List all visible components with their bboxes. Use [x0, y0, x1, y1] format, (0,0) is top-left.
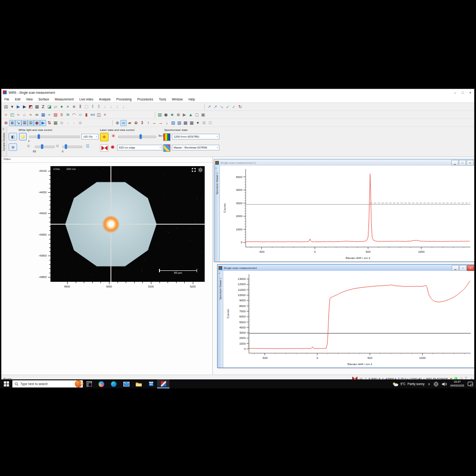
image-montage-icon[interactable]: ▧ — [157, 112, 163, 118]
menu-surface[interactable]: Surface — [36, 98, 52, 101]
spectrum1-titlebar[interactable]: Single scan measurement 1 ▁ □ × — [214, 159, 474, 166]
table-dropdown-icon[interactable]: ▾ — [195, 120, 201, 126]
laser-power-thumb[interactable] — [139, 134, 142, 139]
export-down-2-icon[interactable]: ↓ — [108, 104, 114, 110]
stage-disabled-2-icon[interactable]: ↓ — [65, 120, 71, 126]
link-spectra-icon[interactable]: ∞ — [77, 112, 83, 118]
menu-view[interactable]: View — [23, 98, 36, 101]
menu-edit[interactable]: Edit — [12, 98, 23, 101]
run-queued-icon[interactable]: ▶ — [21, 104, 28, 110]
flag-markers-icon[interactable]: ‖ — [77, 104, 83, 110]
monitor-icon[interactable]: ⌸ — [86, 143, 89, 149]
video-capture-icon[interactable]: ▦ — [40, 112, 46, 118]
camera-view-button[interactable]: ◧ — [9, 133, 17, 140]
spectrum2-plot[interactable]: 0100020003000400050006000700080009000100… — [223, 271, 474, 367]
export-down-4-icon[interactable]: ↓ — [120, 104, 127, 110]
menu-measurement[interactable]: Measurement — [52, 98, 77, 101]
queue-entry-4-icon[interactable]: ↙ — [225, 104, 231, 110]
view-disabled-2-icon[interactable]: ⊡ — [207, 120, 213, 126]
stage-map-area-icon[interactable]: ⊞ — [21, 120, 28, 126]
white-light-intensity-thumb[interactable] — [38, 134, 40, 139]
export-down-1-icon[interactable]: ↓ — [102, 104, 108, 110]
menu-help[interactable]: Help — [186, 98, 198, 101]
spectrum-window-2[interactable]: Single scan measurement ▁ □ × ▪ Spectrum… — [217, 264, 474, 368]
master-select[interactable]: Master : Renishaw 537R99˅ — [172, 145, 219, 150]
spectrum2-minimize-button[interactable]: ▁ — [452, 265, 459, 271]
queue-entry-5-icon[interactable]: ↙ — [231, 104, 237, 110]
laser-select[interactable]: 633 nm edge˅ — [117, 145, 162, 150]
map-review-2-icon[interactable]: ▨ — [176, 120, 182, 126]
loop-measurement-icon[interactable]: ∞ — [34, 112, 40, 118]
origin-move-icon[interactable]: ⊕ — [133, 120, 139, 126]
chart-navigator-icon[interactable]: ◫ — [96, 112, 102, 118]
taskbar-copilot[interactable] — [95, 379, 108, 388]
start-button[interactable] — [0, 381, 12, 387]
spectrum2-tab-close-icon[interactable]: ▪ — [219, 272, 220, 275]
compass-tool-icon[interactable]: ⊕ — [175, 112, 181, 118]
white-light-toggle[interactable] — [19, 133, 27, 140]
live-spectrum-icon[interactable]: ≈ — [46, 112, 52, 118]
minimize-button[interactable]: – — [451, 89, 459, 95]
action-center-icon[interactable] — [467, 381, 473, 387]
menu-procedures[interactable]: Procedures — [134, 98, 156, 101]
view-disabled-1-icon[interactable]: ⊠ — [201, 120, 207, 126]
spectrum1-plot[interactable]: 010002000300040005000-50005001000Raman s… — [220, 166, 474, 261]
user-setup-icon[interactable]: × — [65, 104, 71, 110]
sample-review-icon[interactable]: ◩ — [28, 104, 34, 110]
move-down-icon[interactable]: ↓ — [164, 120, 170, 126]
pause-queue-icon[interactable]: ‖ — [89, 104, 96, 110]
new-spectrum-icon[interactable]: ≈ — [3, 112, 9, 118]
run-measurement-icon[interactable]: ▶ — [15, 104, 21, 110]
menu-file[interactable]: File — [1, 98, 12, 101]
clean-tool-icon[interactable]: ◪ — [46, 104, 52, 110]
stage-z-move-icon[interactable]: ⇅ — [46, 120, 52, 126]
stage-disabled-3-icon[interactable]: ↓ — [71, 120, 77, 126]
menu-tools[interactable]: Tools — [156, 98, 169, 101]
spectrum-window-1[interactable]: Single scan measurement 1 ▁ □ × ▪ Spectr… — [214, 159, 474, 262]
menu-processing[interactable]: Processing — [113, 98, 134, 101]
taskbar-edge[interactable] — [108, 379, 120, 388]
taskbar-mail[interactable] — [120, 379, 132, 388]
speaker-icon[interactable] — [442, 382, 447, 387]
folder-template-icon[interactable]: ▱ — [52, 104, 59, 110]
spectrum2-restore-button[interactable]: □ — [459, 265, 466, 271]
network-globe-icon[interactable] — [434, 382, 438, 387]
annotate-tool-icon[interactable]: ▰ — [127, 120, 133, 126]
taskbar-weather[interactable]: 5°C Partly sunny — [392, 382, 425, 387]
stage-jog-icon[interactable]: ▶ — [40, 120, 46, 126]
timed-series-icon[interactable]: 8 — [59, 112, 65, 118]
task-view-button[interactable] — [83, 379, 95, 388]
stage-disabled-1-icon[interactable]: ⊕ — [59, 120, 65, 126]
queue-entry-2-icon[interactable]: ↗ — [212, 104, 218, 110]
move-right-icon[interactable]: → — [158, 120, 164, 126]
snapshot-icon[interactable]: ▣ — [200, 112, 206, 118]
joystick-control-icon[interactable]: ⊕ — [114, 120, 120, 126]
brightness-thumb[interactable] — [41, 144, 43, 149]
world-view-icon[interactable]: ★ — [169, 112, 175, 118]
menu-window[interactable]: Window — [169, 98, 186, 101]
stage-move-icon[interactable]: ↘ — [15, 120, 21, 126]
spectrum1-tab-close-icon[interactable]: ▪ — [216, 167, 217, 169]
app-titlebar[interactable]: WiRE - Single scan measurement – □ × — [1, 89, 474, 96]
stage-raster-icon[interactable]: ⊞ — [28, 120, 34, 126]
taskbar-clock[interactable]: 15:37 04/03/2025 — [450, 380, 464, 388]
spectrum2-viewer-tab[interactable]: ▪ Spectrum Viewer 1 — [218, 271, 223, 367]
table-view-icon[interactable]: ▦ — [188, 120, 195, 126]
taskbar-wire-app[interactable] — [157, 379, 169, 388]
move-left-icon[interactable]: ← — [151, 120, 158, 126]
map-review-icon[interactable]: ▨ — [170, 120, 176, 126]
search-highlight-sphere[interactable] — [75, 380, 82, 387]
instrument-status-icon[interactable]: ▦ — [34, 104, 40, 110]
spectrum2-chart[interactable]: 0100020003000400050006000700080009000100… — [223, 271, 474, 367]
laser-shutter-button[interactable] — [100, 144, 109, 152]
tray-chevron-icon[interactable]: ∧ — [428, 382, 430, 386]
multi-spectrum-icon[interactable]: ≋ — [65, 112, 71, 118]
maximize-button[interactable]: □ — [459, 89, 466, 95]
white-light-intensity-slider[interactable] — [29, 136, 80, 138]
queue-entry-1-icon[interactable]: ↗ — [206, 104, 212, 110]
depth-series-icon[interactable]: ▧ — [52, 112, 59, 118]
z-scan-icon[interactable]: Z — [40, 104, 46, 110]
grating-select[interactable]: 1200 l/mm (633/780)˅ — [172, 134, 219, 139]
range-select-icon[interactable]: ◠ — [71, 112, 77, 118]
spectrum1-close-button[interactable]: × — [466, 160, 474, 166]
